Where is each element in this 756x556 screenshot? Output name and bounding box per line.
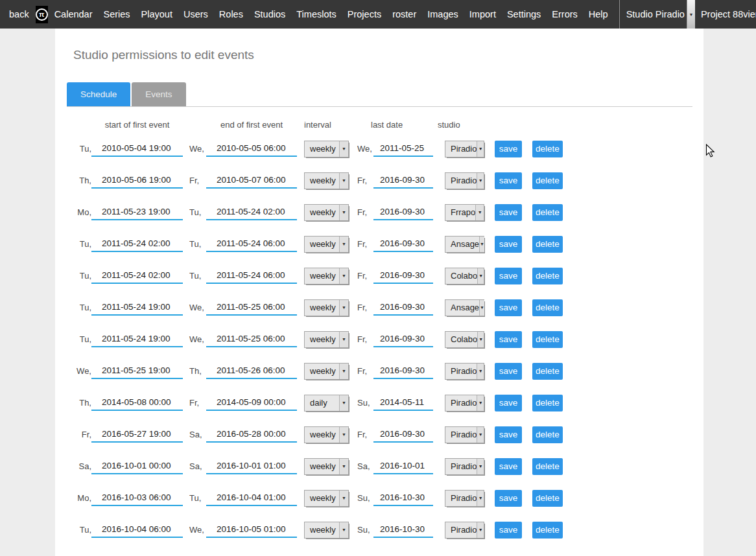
save-button[interactable]: save <box>495 236 522 253</box>
interval-select[interactable]: weekly ▼ <box>304 458 349 475</box>
save-button[interactable]: save <box>495 363 522 380</box>
save-button[interactable]: save <box>495 426 522 443</box>
delete-button[interactable]: delete <box>532 236 563 253</box>
interval-select[interactable]: weekly ▼ <box>304 172 349 189</box>
select-arrow-button[interactable]: ▼ <box>477 427 484 443</box>
save-button[interactable]: save <box>495 458 522 475</box>
save-button[interactable]: save <box>495 141 522 157</box>
last-date-input[interactable] <box>373 299 433 316</box>
start-datetime-input[interactable] <box>91 426 183 443</box>
studio-select[interactable]: Piradio ▼ <box>445 490 484 507</box>
select-arrow-button[interactable]: ▼ <box>339 491 348 506</box>
project-dropdown-value[interactable]: Project 88vier <box>701 9 756 19</box>
app-logo[interactable]: π <box>36 6 48 23</box>
start-datetime-input[interactable] <box>91 268 183 284</box>
save-button[interactable]: save <box>495 490 522 507</box>
interval-select[interactable]: weekly ▼ <box>304 363 349 380</box>
select-arrow-button[interactable]: ▼ <box>479 300 484 316</box>
studio-select[interactable]: Colabo ▼ <box>445 268 484 284</box>
studio-select[interactable]: Piradio ▼ <box>445 426 484 443</box>
select-arrow-button[interactable]: ▼ <box>339 395 348 411</box>
nav-item-import[interactable]: Import <box>469 9 496 19</box>
last-date-input[interactable] <box>373 172 433 189</box>
delete-button[interactable]: delete <box>532 363 563 380</box>
nav-item-errors[interactable]: Errors <box>552 9 577 19</box>
end-datetime-input[interactable] <box>206 268 297 284</box>
save-button[interactable]: save <box>495 331 522 348</box>
last-date-input[interactable] <box>373 331 433 347</box>
tab-schedule[interactable]: Schedule <box>67 82 130 106</box>
save-button[interactable]: save <box>495 395 522 411</box>
select-arrow-button[interactable]: ▼ <box>477 268 484 284</box>
save-button[interactable]: save <box>495 268 522 284</box>
delete-button[interactable]: delete <box>532 458 563 475</box>
end-datetime-input[interactable] <box>206 204 297 220</box>
nav-item-help[interactable]: Help <box>589 9 608 19</box>
interval-select[interactable]: weekly ▼ <box>304 299 349 316</box>
delete-button[interactable]: delete <box>532 141 563 157</box>
back-link[interactable]: back <box>9 9 29 19</box>
select-arrow-button[interactable]: ▼ <box>477 459 484 474</box>
interval-select[interactable]: weekly ▼ <box>304 204 349 221</box>
studio-select[interactable]: Piradio ▼ <box>445 363 484 380</box>
select-arrow-button[interactable]: ▼ <box>475 205 484 220</box>
nav-item-timeslots[interactable]: Timeslots <box>296 9 337 19</box>
select-arrow-button[interactable]: ▼ <box>477 332 484 347</box>
select-arrow-button[interactable]: ▼ <box>477 173 484 189</box>
start-datetime-input[interactable] <box>91 172 183 189</box>
last-date-input[interactable] <box>373 363 433 379</box>
delete-button[interactable]: delete <box>532 268 563 284</box>
select-arrow-button[interactable]: ▼ <box>479 237 484 252</box>
delete-button[interactable]: delete <box>532 522 563 539</box>
studio-select[interactable]: Piradio ▼ <box>445 141 484 157</box>
end-datetime-input[interactable] <box>206 426 297 443</box>
end-datetime-input[interactable] <box>206 331 297 347</box>
select-arrow-button[interactable]: ▼ <box>339 332 348 347</box>
end-datetime-input[interactable] <box>206 141 297 157</box>
nav-item-projects[interactable]: Projects <box>348 9 381 19</box>
delete-button[interactable]: delete <box>532 172 563 189</box>
last-date-input[interactable] <box>373 204 433 220</box>
last-date-input[interactable] <box>373 268 433 284</box>
start-datetime-input[interactable] <box>91 331 183 347</box>
studio-select[interactable]: Piradio ▼ <box>445 172 484 189</box>
interval-select[interactable]: weekly ▼ <box>304 522 349 539</box>
studio-select[interactable]: Piradio ▼ <box>445 522 484 539</box>
delete-button[interactable]: delete <box>532 426 563 443</box>
start-datetime-input[interactable] <box>91 363 183 379</box>
select-arrow-button[interactable]: ▼ <box>339 173 348 189</box>
end-datetime-input[interactable] <box>206 236 297 252</box>
nav-item-playout[interactable]: Playout <box>141 9 172 19</box>
nav-item-users[interactable]: Users <box>183 9 208 19</box>
interval-select[interactable]: weekly ▼ <box>304 141 349 157</box>
interval-select[interactable]: weekly ▼ <box>304 236 349 253</box>
select-arrow-button[interactable]: ▼ <box>339 237 348 252</box>
tab-events[interactable]: Events <box>132 82 185 106</box>
select-arrow-button[interactable]: ▼ <box>339 459 348 474</box>
select-arrow-button[interactable]: ▼ <box>477 141 484 157</box>
save-button[interactable]: save <box>495 172 522 189</box>
end-datetime-input[interactable] <box>206 490 297 506</box>
select-arrow-button[interactable]: ▼ <box>339 300 348 316</box>
start-datetime-input[interactable] <box>91 236 183 252</box>
last-date-input[interactable] <box>373 236 433 252</box>
studio-select[interactable]: Piradio ▼ <box>445 458 484 475</box>
nav-item-roster[interactable]: roster <box>392 9 416 19</box>
select-arrow-button[interactable]: ▼ <box>477 395 484 411</box>
last-date-input[interactable] <box>373 426 433 443</box>
last-date-input[interactable] <box>373 395 433 411</box>
nav-item-series[interactable]: Series <box>103 9 130 19</box>
end-datetime-input[interactable] <box>206 363 297 379</box>
end-datetime-input[interactable] <box>206 395 297 411</box>
start-datetime-input[interactable] <box>91 299 183 316</box>
delete-button[interactable]: delete <box>532 204 563 221</box>
select-arrow-button[interactable]: ▼ <box>339 364 348 379</box>
save-button[interactable]: save <box>495 204 522 221</box>
start-datetime-input[interactable] <box>91 395 183 411</box>
select-arrow-button[interactable]: ▼ <box>477 491 484 506</box>
delete-button[interactable]: delete <box>532 490 563 507</box>
end-datetime-input[interactable] <box>206 172 297 189</box>
last-date-input[interactable] <box>373 490 433 506</box>
select-arrow-button[interactable]: ▼ <box>477 364 484 379</box>
start-datetime-input[interactable] <box>91 458 183 474</box>
